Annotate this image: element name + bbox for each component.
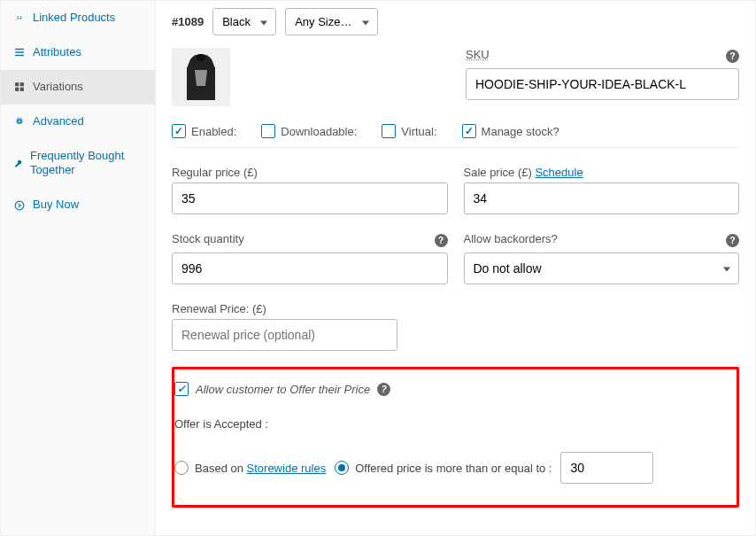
regular-price-input[interactable] xyxy=(172,183,448,214)
backorders-select[interactable]: Do not allow xyxy=(464,252,740,284)
regular-price-label: Regular price (£) xyxy=(172,166,448,179)
link-icon xyxy=(13,12,26,24)
sale-price-input[interactable] xyxy=(464,183,740,214)
offer-accepted-title: Offer is Accepted : xyxy=(174,417,737,431)
virtual-toggle[interactable]: Virtual: xyxy=(382,124,436,138)
sidebar-item-label: Linked Products xyxy=(33,11,115,26)
downloadable-toggle[interactable]: Downloadable: xyxy=(261,124,357,138)
svg-rect-2 xyxy=(15,55,24,56)
sku-label: SKU xyxy=(466,48,490,61)
sidebar-item-label: Variations xyxy=(33,80,83,95)
offer-price-section: Allow customer to Offer their Price ? Of… xyxy=(172,367,739,508)
svg-rect-1 xyxy=(15,52,24,53)
list-icon xyxy=(13,46,26,58)
svg-rect-3 xyxy=(15,82,19,86)
allow-offer-label: Allow customer to Offer their Price xyxy=(196,383,370,396)
product-tabs-sidebar: Linked Products Attributes Variations Ad… xyxy=(1,1,156,535)
manage-stock-toggle[interactable]: Manage stock? xyxy=(462,124,559,138)
grid-icon xyxy=(13,81,26,93)
svg-rect-5 xyxy=(15,88,19,91)
checkbox-icon xyxy=(462,124,476,138)
sidebar-item-label: Buy Now xyxy=(33,198,79,213)
help-icon[interactable]: ? xyxy=(435,234,448,247)
sidebar-item-attributes[interactable]: Attributes xyxy=(1,35,155,70)
help-icon[interactable]: ? xyxy=(726,234,739,247)
variation-image[interactable] xyxy=(172,48,230,106)
offer-threshold-radio[interactable]: Offered price is more than or equal to : xyxy=(335,461,552,475)
gear-icon xyxy=(13,115,26,128)
variation-toggles: Enabled: Downloadable: Virtual: Manage s… xyxy=(172,124,739,148)
enabled-toggle[interactable]: Enabled: xyxy=(172,124,236,138)
sidebar-item-advanced[interactable]: Advanced xyxy=(1,105,155,139)
svg-point-7 xyxy=(15,201,24,210)
sidebar-item-linked-products[interactable]: Linked Products xyxy=(1,1,155,35)
svg-point-8 xyxy=(197,54,205,61)
variation-header: #1089 Black Any Size… xyxy=(172,1,739,48)
wrench-icon xyxy=(13,157,23,169)
checkbox-icon xyxy=(382,124,396,138)
variation-panel: #1089 Black Any Size… SKU ? Enabled: Dow… xyxy=(156,1,755,535)
checkbox-icon[interactable] xyxy=(174,382,189,396)
offer-storewide-radio[interactable]: Based on Storewide rules xyxy=(174,461,326,475)
schedule-link[interactable]: Schedule xyxy=(535,166,582,179)
variation-attr1-select[interactable]: Black xyxy=(212,8,276,35)
sidebar-item-variations[interactable]: Variations xyxy=(1,70,155,105)
sku-input[interactable] xyxy=(466,68,739,100)
help-icon[interactable]: ? xyxy=(726,50,739,63)
sidebar-item-label: Advanced xyxy=(33,114,84,129)
svg-rect-4 xyxy=(20,82,24,86)
arrow-right-icon xyxy=(13,199,26,212)
backorders-label: Allow backorders? xyxy=(464,232,558,245)
sidebar-item-fbt[interactable]: Frequently Bought Together xyxy=(1,139,155,189)
offer-threshold-input[interactable] xyxy=(560,452,653,484)
checkbox-icon xyxy=(172,124,186,138)
svg-rect-6 xyxy=(20,88,24,91)
sidebar-item-buy-now[interactable]: Buy Now xyxy=(1,188,155,222)
radio-icon xyxy=(174,461,189,475)
variation-id: #1089 xyxy=(172,15,204,28)
radio-icon xyxy=(335,461,349,475)
renewal-price-label: Renewal Price: (£) xyxy=(172,302,739,315)
sidebar-item-label: Attributes xyxy=(33,45,81,60)
storewide-rules-link[interactable]: Storewide rules xyxy=(247,462,327,475)
svg-rect-0 xyxy=(15,49,24,50)
sidebar-item-label: Frequently Bought Together xyxy=(30,149,143,179)
stock-qty-label: Stock quantity xyxy=(172,232,244,245)
renewal-price-input[interactable] xyxy=(172,319,397,351)
sale-price-label: Sale price (£) Schedule xyxy=(464,166,740,179)
help-icon[interactable]: ? xyxy=(377,383,390,396)
checkbox-icon xyxy=(261,124,275,138)
stock-qty-input[interactable] xyxy=(172,252,448,284)
variation-attr2-select[interactable]: Any Size… xyxy=(285,8,378,35)
